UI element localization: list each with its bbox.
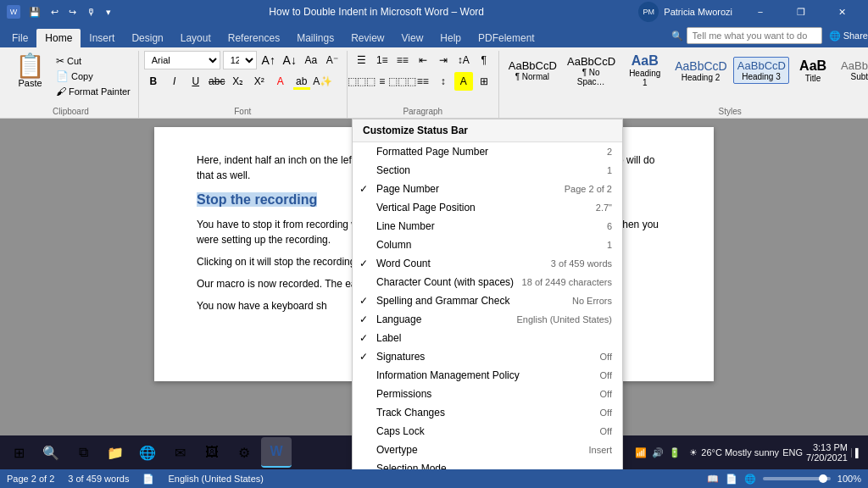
menu-item[interactable]: ✓Spelling and Grammar CheckNo Errors	[353, 291, 622, 310]
tab-home[interactable]: Home	[36, 29, 81, 47]
show-desktop-button[interactable]: ▌	[851, 448, 865, 458]
menu-item[interactable]: ✓LanguageEnglish (United States)	[353, 310, 622, 329]
menu-item[interactable]: Character Count (with spaces)18 of 2449 …	[353, 273, 622, 291]
menu-item[interactable]: PermissionsOff	[353, 385, 622, 403]
minimize-button[interactable]: −	[741, 0, 780, 24]
underline-button[interactable]: U	[186, 72, 205, 91]
tab-review[interactable]: Review	[342, 29, 392, 47]
menu-item[interactable]: ✓Word Count3 of 459 words	[353, 254, 622, 273]
menu-item[interactable]: OvertypeInsert	[353, 441, 622, 459]
menu-item[interactable]: Vertical Page Position2.7"	[353, 198, 622, 217]
restore-button[interactable]: ❒	[782, 0, 821, 24]
style-heading2[interactable]: AaBbCcD Heading 2	[670, 57, 731, 85]
format-painter-button[interactable]: 🖌 Format Painter	[53, 85, 133, 98]
tab-references[interactable]: References	[220, 29, 288, 47]
strikethrough-button[interactable]: abc	[208, 72, 226, 91]
style-title[interactable]: AaB Title	[792, 56, 834, 86]
justify-button[interactable]: ≡≡	[414, 72, 432, 91]
shading-button[interactable]: A	[454, 72, 473, 91]
bold-button[interactable]: B	[144, 72, 163, 91]
battery-icon[interactable]: 🔋	[669, 447, 681, 458]
photos-app[interactable]: 🖼	[197, 437, 227, 468]
menu-item[interactable]: ✓SignaturesOff	[353, 347, 622, 366]
font-size-selector[interactable]: 12	[223, 51, 257, 69]
menu-item[interactable]: Caps LockOff	[353, 422, 622, 441]
menu-item[interactable]: Section1	[353, 161, 622, 180]
close-button[interactable]: ✕	[822, 0, 861, 24]
indent-decrease-button[interactable]: ⇤	[414, 51, 432, 69]
tab-layout[interactable]: Layout	[172, 29, 220, 47]
task-view[interactable]: ⧉	[68, 437, 98, 468]
font-color-button[interactable]: A	[271, 72, 290, 91]
view-print-button[interactable]: 📄	[726, 474, 737, 485]
tab-pdfelement[interactable]: PDFelement	[470, 29, 543, 47]
style-normal[interactable]: AaBbCcD ¶ Normal	[504, 57, 560, 84]
menu-item[interactable]: Selection Mode	[353, 459, 622, 469]
language-indicator: ENG	[782, 447, 803, 458]
undo-qat[interactable]: ↩	[47, 5, 62, 19]
style-heading1[interactable]: AaB Heading 1	[621, 51, 668, 90]
subscript-button[interactable]: X₂	[229, 72, 248, 91]
copy-button[interactable]: 📄 Copy	[53, 69, 133, 83]
menu-item[interactable]: Information Management PolicyOff	[353, 366, 622, 385]
case-button[interactable]: Aa	[302, 51, 320, 69]
tab-mailings[interactable]: Mailings	[288, 29, 342, 47]
font-family-selector[interactable]: Arial	[144, 51, 220, 69]
decrease-font-button[interactable]: A↓	[281, 51, 299, 69]
more-qat[interactable]: ▾	[103, 5, 114, 19]
word-taskbar[interactable]: W	[261, 437, 292, 468]
menu-items-container: Formatted Page Number2Section1✓Page Numb…	[353, 142, 622, 469]
multilevel-button[interactable]: ≡≡	[393, 51, 412, 69]
share-button[interactable]: 🌐 Share	[829, 30, 868, 42]
network-icon[interactable]: 📶	[635, 447, 647, 458]
cut-button[interactable]: ✂ Cut	[53, 54, 133, 68]
tab-insert[interactable]: Insert	[81, 29, 123, 47]
search-taskbar[interactable]: 🔍	[36, 437, 66, 468]
menu-item[interactable]: ✓Label	[353, 329, 622, 347]
numbering-button[interactable]: 1≡	[373, 51, 392, 69]
clear-format-button[interactable]: A⁻	[323, 51, 342, 69]
increase-font-button[interactable]: A↑	[259, 51, 278, 69]
text-effects-button[interactable]: A✨	[314, 72, 332, 91]
align-left-button[interactable]: ⬚⬚⬚	[353, 72, 371, 91]
superscript-button[interactable]: X²	[250, 72, 269, 91]
customize-qat[interactable]: 🎙	[83, 5, 99, 19]
tab-file[interactable]: File	[3, 29, 36, 47]
save-qat[interactable]: 💾	[25, 5, 44, 19]
tab-help[interactable]: Help	[431, 29, 470, 47]
paste-button[interactable]: 📋 Paste	[8, 51, 52, 92]
style-no-space[interactable]: AaBbCcD ¶ No Spac…	[563, 53, 619, 89]
style-heading3[interactable]: AaBbCcD Heading 3	[733, 57, 789, 84]
menu-item[interactable]: Column1	[353, 236, 622, 254]
start-button[interactable]: ⊞	[3, 437, 34, 468]
mail-app[interactable]: ✉	[164, 437, 195, 468]
indent-increase-button[interactable]: ⇥	[434, 51, 453, 69]
menu-item[interactable]: Line Number6	[353, 217, 622, 236]
redo-qat[interactable]: ↪	[65, 5, 80, 19]
view-read-button[interactable]: 📖	[707, 474, 719, 485]
settings-app[interactable]: ⚙	[229, 437, 259, 468]
volume-icon[interactable]: 🔊	[652, 447, 664, 458]
tab-design[interactable]: Design	[123, 29, 171, 47]
menu-item[interactable]: ✓Page NumberPage 2 of 2	[353, 180, 622, 198]
cut-icon: ✂	[56, 55, 64, 67]
italic-button[interactable]: I	[165, 72, 184, 91]
sort-button[interactable]: ↕A	[454, 51, 473, 69]
style-subtitle[interactable]: AaBbCcD Subtitle	[837, 57, 868, 84]
edge-browser[interactable]: 🌐	[132, 437, 163, 468]
file-explorer[interactable]: 📁	[100, 437, 131, 468]
line-spacing-button[interactable]: ↕	[434, 72, 453, 91]
menu-item[interactable]: Formatted Page Number2	[353, 142, 622, 161]
tab-view[interactable]: View	[393, 29, 432, 47]
search-input[interactable]	[687, 27, 822, 44]
zoom-slider[interactable]	[763, 477, 831, 480]
align-right-button[interactable]: ⬚⬚⬚	[393, 72, 412, 91]
borders-button[interactable]: ⊞	[475, 72, 493, 91]
user-avatar[interactable]: PM	[638, 2, 659, 22]
view-web-button[interactable]: 🌐	[744, 474, 756, 485]
bullets-button[interactable]: ☰	[353, 51, 371, 69]
highlight-color-button[interactable]: ab	[292, 72, 311, 91]
menu-item-label: Language	[376, 313, 421, 325]
show-marks-button[interactable]: ¶	[475, 51, 493, 69]
menu-item[interactable]: Track ChangesOff	[353, 403, 622, 422]
